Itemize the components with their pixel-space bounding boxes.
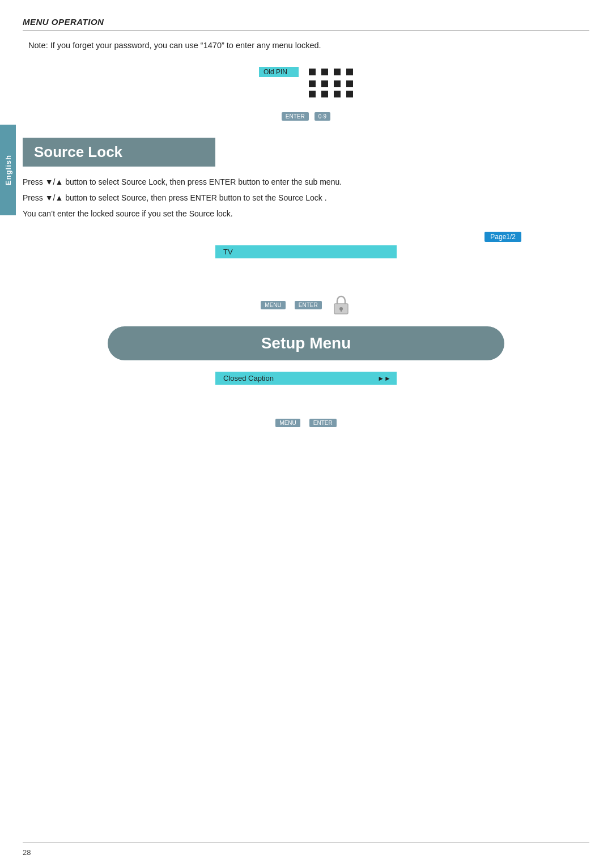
pin-dot xyxy=(321,91,328,97)
pin-dot xyxy=(334,91,341,97)
pin-dots-1 xyxy=(309,69,353,75)
sidebar-english: English xyxy=(0,125,16,215)
enter-button-2[interactable]: ENTER xyxy=(295,301,322,309)
source-lock-title: Source Lock xyxy=(23,138,215,167)
closed-caption-row: Closed Caption ►► xyxy=(215,372,397,385)
pin-row-2 xyxy=(309,80,353,87)
zero-nine-button[interactable]: 0-9 xyxy=(314,112,330,121)
pin-dot xyxy=(309,80,316,87)
source-lock-para1: Press ▼/▲ button to select Source Lock, … xyxy=(23,176,589,189)
source-lock-bottom-buttons: MENU ENTER xyxy=(23,295,589,315)
pin-dot xyxy=(309,69,316,75)
pin-dot xyxy=(346,91,353,97)
enter-button-3[interactable]: ENTER xyxy=(309,419,337,427)
pin-label: Old PIN xyxy=(259,67,299,77)
tv-row: TV xyxy=(215,245,397,258)
pin-dots-2 xyxy=(309,80,353,87)
source-lock-para3: You can’t enter the locked source if you… xyxy=(23,207,589,221)
enter-button[interactable]: ENTER xyxy=(282,112,309,121)
pin-dot xyxy=(346,80,353,87)
page-title: MENU OPERATION xyxy=(23,17,104,27)
header-section: MENU OPERATION xyxy=(23,17,589,31)
pin-dialog: Old PIN xyxy=(23,67,589,101)
closed-caption-label: Closed Caption xyxy=(223,374,274,382)
pin-dot xyxy=(334,80,341,87)
pin-dot xyxy=(321,80,328,87)
setup-bottom-buttons: MENU ENTER xyxy=(23,419,589,427)
menu-button[interactable]: MENU xyxy=(261,301,285,309)
pin-row-1: Old PIN xyxy=(259,67,353,77)
pin-button-area: ENTER 0-9 xyxy=(23,112,589,121)
pin-dot xyxy=(321,69,328,75)
source-lock-submenu: Page1/2 TV xyxy=(23,232,589,261)
source-lock-para2: Press ▼/▲ button to select Source, then … xyxy=(23,192,589,205)
pin-row-3 xyxy=(309,91,353,97)
pin-dot xyxy=(334,69,341,75)
lock-icon xyxy=(331,295,351,315)
page-number: 28 xyxy=(23,848,31,857)
pin-dots-3 xyxy=(309,91,353,97)
pin-dot xyxy=(309,91,316,97)
note-text: Note: If you forget your password, you c… xyxy=(28,41,589,50)
source-lock-section: Source Lock Press ▼/▲ button to select S… xyxy=(23,138,589,220)
cc-arrows: ►► xyxy=(377,375,391,382)
setup-menu-title: Setup Menu xyxy=(108,326,504,360)
closed-caption-area: Closed Caption ►► xyxy=(23,372,589,385)
bottom-divider xyxy=(23,842,589,843)
sidebar-label: English xyxy=(4,155,12,185)
setup-menu-wrapper: Setup Menu xyxy=(23,326,589,360)
pin-dot xyxy=(346,69,353,75)
menu-button-2[interactable]: MENU xyxy=(275,419,300,427)
page-badge: Page1/2 xyxy=(484,232,521,242)
